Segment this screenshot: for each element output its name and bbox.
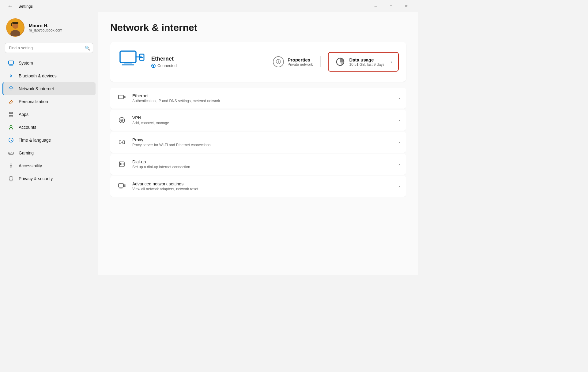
svg-rect-34 (119, 95, 123, 99)
svg-point-46 (122, 163, 122, 164)
privacy-icon (8, 175, 14, 182)
time-icon (8, 137, 14, 143)
search-icon[interactable]: 🔍 (85, 46, 90, 50)
svg-rect-51 (119, 184, 123, 187)
svg-rect-3 (12, 22, 18, 24)
settings-item-advanced[interactable]: Advanced network settings View all netwo… (110, 176, 406, 197)
data-usage-chevron: › (390, 59, 392, 64)
settings-item-ethernet[interactable]: Ethernet Authentication, IP and DNS sett… (110, 88, 406, 109)
page-title: Network & internet (110, 22, 406, 33)
svg-rect-41 (119, 141, 121, 144)
data-usage-sub: 10.51 GB, last 9 days (349, 62, 385, 67)
settings-item-dialup[interactable]: Dial-up Set up a dial-up internet connec… (110, 154, 406, 175)
user-email: m_lab@outlook.com (29, 28, 62, 32)
title-bar: ← Settings ─ □ ✕ (0, 0, 418, 12)
svg-rect-5 (9, 61, 13, 64)
properties-sub: Private network (288, 62, 313, 67)
sidebar-item-apps[interactable]: Apps (2, 108, 96, 121)
settings-item-dialup-text: Dial-up Set up a dial-up internet connec… (132, 159, 398, 169)
settings-item-advanced-chevron: › (398, 184, 400, 189)
sidebar-item-gaming[interactable]: Gaming (2, 147, 96, 159)
settings-item-dialup-icon (116, 159, 127, 170)
sidebar-item-personalization[interactable]: Personalization (2, 95, 96, 108)
user-name: Mauro H. (29, 23, 62, 28)
settings-item-vpn-icon (116, 115, 127, 126)
data-usage-section[interactable]: Data usage 10.51 GB, last 9 days › (328, 52, 399, 72)
settings-item-advanced-text: Advanced network settings View all netwo… (132, 181, 398, 191)
apps-icon (8, 111, 14, 118)
settings-item-vpn[interactable]: VPN Add, connect, manage › (110, 110, 406, 131)
title-bar-controls: ─ □ ✕ (369, 1, 413, 11)
svg-line-17 (11, 140, 12, 141)
sidebar-item-bluetooth[interactable]: Bluetooth & devices (2, 69, 96, 82)
close-button[interactable]: ✕ (399, 1, 413, 11)
app-body: Mauro H. m_lab@outlook.com 🔍 System (0, 12, 418, 275)
settings-item-proxy-icon (116, 137, 127, 148)
system-icon (8, 60, 14, 66)
svg-point-9 (11, 90, 12, 91)
sidebar-label-system: System (19, 61, 33, 65)
settings-item-advanced-icon (116, 181, 127, 192)
sidebar-item-network[interactable]: Network & internet (2, 82, 96, 95)
data-usage-icon (335, 56, 346, 67)
settings-item-ethernet-icon (116, 93, 127, 104)
sidebar-item-time[interactable]: Time & language (2, 134, 96, 147)
svg-point-47 (123, 163, 123, 164)
svg-point-49 (122, 164, 122, 165)
settings-item-advanced-name: Advanced network settings (132, 181, 398, 186)
minimize-button[interactable]: ─ (369, 1, 383, 11)
svg-point-32 (141, 57, 141, 58)
svg-rect-4 (11, 23, 12, 26)
sidebar-label-privacy: Privacy & security (19, 176, 53, 181)
connected-dot (151, 64, 156, 68)
settings-item-ethernet-text: Ethernet Authentication, IP and DNS sett… (132, 93, 398, 103)
svg-rect-25 (124, 63, 132, 64)
accessibility-icon (8, 162, 14, 169)
properties-icon: ⓘ (273, 56, 284, 67)
sidebar-label-apps: Apps (19, 112, 28, 117)
ethernet-banner-icon (118, 48, 145, 76)
sidebar-label-accounts: Accounts (19, 125, 36, 130)
properties-label: Properties (288, 57, 313, 62)
sidebar-item-accessibility[interactable]: Accessibility (2, 159, 96, 172)
user-info: Mauro H. m_lab@outlook.com (29, 23, 62, 32)
sidebar-label-personalization: Personalization (19, 99, 48, 104)
settings-item-proxy-chevron: › (398, 140, 400, 145)
settings-item-ethernet-chevron: › (398, 96, 400, 101)
svg-point-45 (120, 163, 121, 164)
ethernet-name: Ethernet (151, 56, 258, 62)
settings-item-proxy-desc: Proxy server for Wi-Fi and Ethernet conn… (132, 143, 398, 147)
settings-item-proxy[interactable]: Proxy Proxy server for Wi-Fi and Etherne… (110, 132, 406, 153)
svg-rect-12 (9, 115, 11, 117)
sidebar-item-accounts[interactable]: Accounts (2, 121, 96, 134)
sidebar-label-network: Network & internet (19, 86, 54, 91)
title-bar-left: ← Settings (5, 2, 33, 11)
back-button[interactable]: ← (5, 2, 15, 11)
settings-item-dialup-name: Dial-up (132, 159, 398, 164)
sidebar-item-privacy[interactable]: Privacy & security (2, 172, 96, 185)
gaming-icon (8, 150, 14, 156)
main-content: Network & internet (98, 12, 418, 275)
ethernet-banner: Ethernet Connected ⓘ Properties Private … (110, 42, 406, 82)
accounts-icon (8, 124, 14, 131)
svg-rect-24 (120, 51, 136, 63)
sidebar-item-system[interactable]: System (2, 57, 96, 69)
svg-rect-40 (121, 120, 123, 121)
settings-item-vpn-text: VPN Add, connect, manage (132, 115, 398, 125)
sidebar-label-time: Time & language (19, 138, 51, 143)
svg-rect-10 (9, 112, 11, 114)
bluetooth-icon (8, 73, 14, 79)
settings-item-ethernet-name: Ethernet (132, 93, 398, 98)
maximize-button[interactable]: □ (384, 1, 398, 11)
personalization-icon (8, 98, 14, 105)
settings-item-dialup-desc: Set up a dial-up internet connection (132, 165, 398, 169)
network-icon (8, 85, 14, 92)
nav-items: System Bluetooth & devices (0, 57, 98, 185)
svg-point-31 (141, 56, 141, 57)
data-usage-text: Data usage 10.51 GB, last 9 days (349, 57, 385, 67)
settings-item-vpn-chevron: › (398, 118, 400, 123)
avatar (6, 18, 24, 37)
svg-rect-11 (11, 112, 13, 114)
search-input[interactable] (5, 43, 93, 53)
properties-section: ⓘ Properties Private network (266, 56, 321, 67)
